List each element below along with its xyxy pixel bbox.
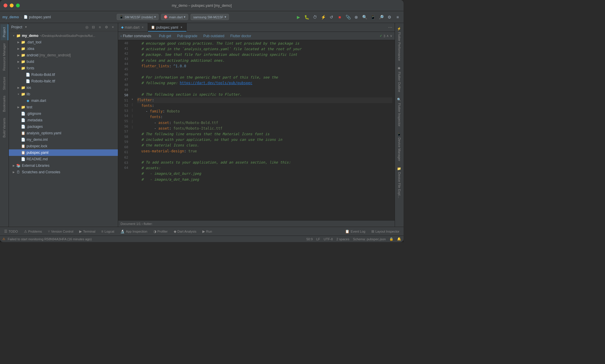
list-item[interactable]: ▶ 📁 test (9, 104, 118, 110)
list-item[interactable]: ▶ 📚 External Libraries (9, 162, 118, 169)
tab-terminal[interactable]: ▶ Terminal (76, 227, 98, 236)
device-mirror-button[interactable]: 📱 (369, 14, 376, 21)
list-item[interactable]: ◆ main.dart (9, 97, 118, 104)
file-icon: 📄 (25, 72, 30, 77)
list-item[interactable]: ▶ 📁 .idea (9, 45, 118, 52)
list-item[interactable]: ▶ 📁 .dart_tool (9, 39, 118, 45)
tab-problems[interactable]: ⚠ Problems (21, 227, 45, 236)
tab-close-pubspec[interactable]: × (179, 25, 183, 30)
search-button[interactable]: 🔎 (378, 14, 385, 21)
list-item[interactable]: ▶ 📁 build (9, 58, 118, 65)
tab-run[interactable]: ▶ Run (199, 227, 215, 236)
scratch-icon: 🗒 (16, 170, 21, 174)
tab-more-button[interactable]: ⋯ (386, 25, 395, 30)
minimize-button[interactable] (10, 4, 14, 7)
encoding[interactable]: UTF-8 (324, 237, 333, 241)
list-item[interactable]: ▾ 📁 fonts (9, 65, 118, 71)
collapse-all-icon[interactable]: ⊟ (91, 25, 96, 30)
pub-get-button[interactable]: Pub get (156, 33, 174, 39)
list-item[interactable]: ▶ 📁 ios (9, 84, 118, 91)
scratches-and-consoles[interactable]: ▶ 🗒 Scratches and Consoles (9, 169, 118, 175)
list-item[interactable]: 📄 .packages (9, 123, 118, 130)
list-item[interactable]: 📄 .metadata (9, 117, 118, 123)
attach-button[interactable]: 📎 (344, 14, 352, 21)
collapse-icon[interactable]: ∨ (390, 34, 392, 38)
stop-button[interactable]: ■ (336, 14, 343, 21)
item-label: README.md (27, 157, 48, 161)
list-item[interactable]: 📄 my_demo.iml (9, 136, 118, 143)
device-selector[interactable]: 📱 SM M215F (mobile) ▾ (117, 14, 159, 20)
settings-button[interactable]: ⚙ (386, 14, 393, 21)
logcat-icon: ≡ (101, 229, 103, 234)
hot-reload-button[interactable]: ⚡ (320, 14, 327, 21)
tab-app-inspection[interactable]: 🔬 App Inspection (117, 227, 150, 236)
flutter-outline-tab[interactable]: ◉ Flutter Outline (396, 64, 402, 94)
tab-version-control[interactable]: ⑂ Version Control (45, 227, 76, 236)
item-label: fonts (27, 66, 34, 70)
expand-icon[interactable]: ∧ (386, 34, 389, 38)
run-button[interactable]: ▶ (295, 14, 302, 21)
filter-icon[interactable]: ≡ (97, 25, 103, 30)
code-editor[interactable]: # encourage good coding practices. The l… (135, 40, 395, 220)
more-button[interactable]: ≡ (394, 14, 401, 21)
project-panel: Project ▾ ◎ ⊟ ≡ ⚙ × ▾ 📁 my_demo ~/Deskto… (9, 23, 118, 227)
pub-outdated-button[interactable]: Pub outdated (200, 33, 227, 39)
arrow (21, 72, 25, 77)
tab-todo[interactable]: ☰ TODO (1, 227, 21, 236)
list-item[interactable]: ▶ 📁 android [my_demo_android] (9, 52, 118, 58)
project-name[interactable]: my_demo (2, 15, 19, 19)
list-item[interactable]: 📄 Roboto-Italic.ttf (9, 78, 118, 84)
code-text: # rules and activating additional ones. (137, 58, 225, 63)
editor-content: 40 41 42 43 44 45 46 47 48 49 50 51 52 5… (118, 40, 395, 220)
fold-arrow-50[interactable]: ▾ (130, 96, 135, 102)
profile-button[interactable]: ⏱ (311, 14, 318, 21)
tab-logcat[interactable]: ≡ Logcat (98, 227, 117, 236)
target-device-selector[interactable]: samsung SM-M215F ▾ (191, 14, 229, 20)
tree-root[interactable]: ▾ 📁 my_demo ~/Desktop/AndroidStudioProje… (9, 32, 118, 39)
flutter-doctor-button[interactable]: Flutter doctor (227, 33, 254, 39)
dart-analysis-label: Dart Analysis (178, 230, 196, 233)
fold-gutter-51: │ (130, 102, 135, 107)
maximize-button[interactable] (16, 4, 20, 7)
flutter-inspect-button[interactable]: 🔍 (361, 14, 368, 21)
flutter-inspector-tab[interactable]: 🔍 Flutter Inspector (396, 95, 402, 129)
folder-icon: 📁 (21, 53, 25, 58)
selected-file[interactable]: 📋 pubspec.yaml (9, 149, 118, 156)
close-panel-icon[interactable]: × (110, 25, 116, 30)
notification-icon[interactable]: 🔔 (397, 237, 401, 241)
list-item[interactable]: 📄 Roboto-Bold.ttf (9, 71, 118, 78)
tab-profiler[interactable]: ◑ Profiler (150, 227, 171, 236)
settings-panel-icon[interactable]: ⚙ (104, 25, 109, 30)
sidebar-item-bookmarks[interactable]: Bookmarks (1, 93, 8, 115)
tab-dart-analysis[interactable]: ◆ Dart Analysis (171, 227, 199, 236)
line-ending[interactable]: LF (316, 237, 320, 241)
dropdown-arrow[interactable]: ▾ (25, 25, 27, 29)
coverage-button[interactable]: ⊗ (353, 14, 360, 21)
locate-file-icon[interactable]: ◎ (84, 25, 90, 30)
run-config-selector[interactable]: 🎯 main.dart ▾ (161, 14, 188, 20)
flutter-performance-tab[interactable]: ⚡ Flutter Performance (396, 24, 402, 63)
device-file-explorer-tab[interactable]: 📁 Device File Expl... (396, 164, 402, 200)
schema-info[interactable]: Schema: pubspec.json (353, 237, 386, 241)
debug-button[interactable]: 🐛 (303, 14, 310, 21)
tab-main-dart[interactable]: ◆ main.dart × (118, 23, 148, 32)
sidebar-item-build-variants[interactable]: Build Variants (1, 115, 8, 141)
tab-layout-inspector[interactable]: ⊞ Layout Inspector (368, 229, 402, 234)
sidebar-item-structure[interactable]: Structure (1, 74, 8, 93)
tab-pubspec-yaml[interactable]: 📋 pubspec.yaml × (148, 23, 187, 32)
sidebar-item-project[interactable]: Project (1, 24, 8, 40)
device-manager-tab[interactable]: 📱 Device Manager (396, 130, 402, 164)
list-item[interactable]: 📋 analysis_options.yaml (9, 130, 118, 136)
pub-upgrade-button[interactable]: Pub upgrade (174, 33, 200, 39)
list-item[interactable]: 📄 README.md (9, 156, 118, 162)
close-button[interactable] (4, 4, 7, 7)
indent-info[interactable]: 2 spaces (336, 237, 349, 241)
tab-close-main[interactable]: × (141, 25, 145, 30)
hot-restart-button[interactable]: ↺ (328, 14, 335, 21)
tab-event-log[interactable]: 📋 Event Log (342, 229, 368, 234)
sidebar-item-resource-manager[interactable]: Resource Manager (1, 40, 8, 74)
list-item[interactable]: ▾ 📁 lib (9, 91, 118, 97)
list-item[interactable]: 📄 .gitignore (9, 110, 118, 117)
cursor-position[interactable]: 50:9 (306, 237, 313, 241)
list-item[interactable]: 📋 pubspec.lock (9, 143, 118, 149)
